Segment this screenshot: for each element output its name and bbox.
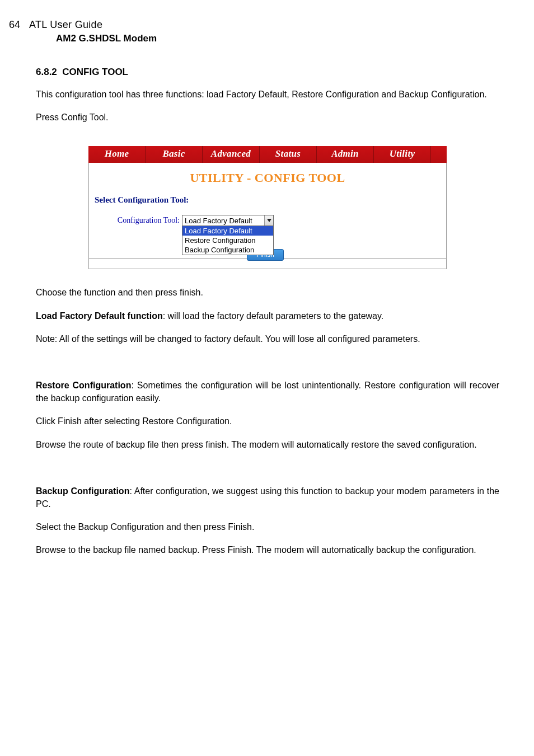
load-factory-para: Load Factory Default function: will load… [36, 309, 499, 322]
nav-bar: Home Basic Advanced Status Admin Utility [88, 146, 447, 163]
config-tool-select[interactable]: Load Factory Default [182, 215, 274, 226]
intro-paragraph: This configuration tool has three functi… [36, 88, 499, 101]
ui-page-title: UTILITY - CONFIG TOOL [89, 171, 446, 185]
nav-home[interactable]: Home [88, 146, 146, 163]
nav-admin[interactable]: Admin [317, 146, 374, 163]
nav-utility[interactable]: Utility [374, 146, 431, 163]
load-factory-label: Load Factory Default function [36, 311, 163, 321]
page-number: 64 [9, 19, 29, 31]
restore-para: Restore Configuration: Sometimes the con… [36, 379, 499, 405]
backup-browse-line: Browse to the backup file named backup. … [36, 543, 499, 556]
product-name: AM2 G.SHDSL Modem [29, 33, 499, 44]
config-tool-screenshot: Home Basic Advanced Status Admin Utility… [88, 146, 447, 269]
option-backup-configuration[interactable]: Backup Configuration [182, 245, 273, 255]
backup-label: Backup Configuration [36, 486, 129, 496]
choose-line: Choose the function and then press finis… [36, 286, 499, 299]
restore-label: Restore Configuration [36, 381, 131, 390]
dropdown-list: Load Factory Default Restore Configurati… [182, 226, 274, 255]
restore-click-line: Click Finish after selecting Restore Con… [36, 415, 499, 428]
section-heading: 6.8.2 CONFIG TOOL [36, 67, 499, 78]
nav-advanced[interactable]: Advanced [203, 146, 260, 163]
svg-marker-0 [267, 219, 271, 222]
section-number: 6.8.2 [36, 67, 57, 77]
chevron-down-icon[interactable] [264, 215, 273, 226]
restore-browse-line: Browse the route of backup file then pre… [36, 438, 499, 451]
nav-basic[interactable]: Basic [146, 146, 203, 163]
backup-select-line: Select the Backup Configuration and then… [36, 520, 499, 533]
backup-para: Backup Configuration: After configuratio… [36, 485, 499, 510]
nav-status[interactable]: Status [260, 146, 317, 163]
press-line: Press Config Tool. [36, 111, 499, 124]
ui-section-label: Select Configuration Tool: [89, 195, 446, 215]
note-line: Note: All of the settings will be change… [36, 332, 499, 345]
doc-title: ATL User Guide [29, 19, 102, 31]
option-load-factory-default[interactable]: Load Factory Default [182, 226, 273, 236]
field-label: Configuration Tool: [116, 215, 182, 225]
option-restore-configuration[interactable]: Restore Configuration [182, 236, 273, 245]
nav-end [431, 146, 447, 163]
select-value: Load Factory Default [185, 217, 252, 225]
section-title: CONFIG TOOL [62, 67, 128, 77]
load-factory-text: : will load the factory default paramete… [163, 311, 384, 321]
